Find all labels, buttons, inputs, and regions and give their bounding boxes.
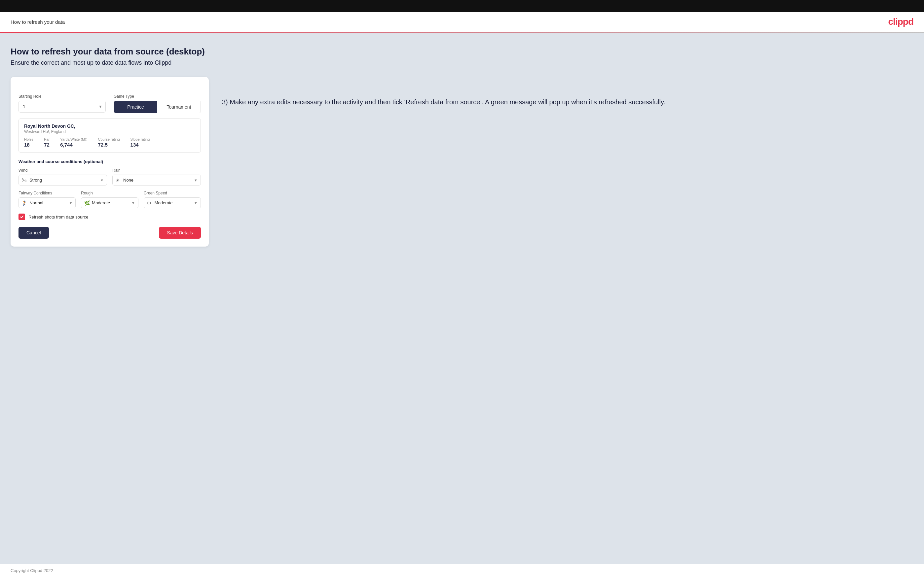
save-details-button[interactable]: Save Details: [159, 227, 201, 239]
fairway-select[interactable]: Normal Soft Firm: [18, 197, 76, 208]
par-value: 72: [44, 142, 50, 148]
refresh-checkbox-row: Refresh shots from data source: [18, 214, 201, 220]
game-type-group: Game Type Practice Tournament: [114, 94, 201, 113]
fairway-select-wrapper: 🏌 Normal Soft Firm ▼: [18, 197, 76, 208]
course-rating-stat: Course rating 72.5: [98, 137, 120, 148]
yards-value: 6,744: [60, 142, 87, 148]
copyright-text: Copyright Clippd 2022: [11, 568, 53, 573]
yards-stat: Yards/White (M)) 6,744: [60, 137, 87, 148]
page-heading: How to refresh your data from source (de…: [11, 47, 913, 57]
game-type-label: Game Type: [114, 94, 201, 99]
header-title: How to refresh your data: [11, 19, 65, 25]
rough-select[interactable]: Moderate Light Heavy: [81, 197, 138, 208]
conditions-row-2: Fairway Conditions 🏌 Normal Soft Firm ▼ …: [18, 191, 201, 208]
footer: Copyright Clippd 2022: [0, 564, 924, 577]
card-spacer: [18, 85, 201, 89]
main-content: How to refresh your data from source (de…: [0, 33, 924, 564]
rough-group: Rough 🌿 Moderate Light Heavy ▼: [81, 191, 138, 208]
top-form-row: Starting Hole 1 2 10 ▼ Game Type Practic…: [18, 94, 201, 113]
yards-label: Yards/White (M)): [60, 137, 87, 141]
green-speed-group: Green Speed ⚙ Moderate Slow Fast ▼: [144, 191, 201, 208]
starting-hole-label: Starting Hole: [18, 94, 106, 99]
form-card: Starting Hole 1 2 10 ▼ Game Type Practic…: [11, 77, 209, 247]
slope-rating-label: Slope rating: [131, 137, 150, 141]
course-location: Westward Ho!, England: [24, 129, 195, 134]
wind-group: Wind 🌬 Strong Calm Moderate ▼: [18, 168, 107, 185]
rain-select[interactable]: None Light Heavy: [112, 175, 201, 185]
holes-label: Holes: [24, 137, 33, 141]
course-rating-value: 72.5: [98, 142, 120, 148]
description-panel: 3) Make any extra edits necessary to the…: [222, 77, 913, 107]
course-info-box: Royal North Devon GC, Westward Ho!, Engl…: [18, 119, 201, 153]
wind-select-wrapper: 🌬 Strong Calm Moderate ▼: [18, 175, 107, 185]
wind-select[interactable]: Strong Calm Moderate: [18, 175, 107, 185]
tournament-button[interactable]: Tournament: [157, 101, 200, 113]
logo: clippd: [888, 16, 913, 27]
green-speed-select-wrapper: ⚙ Moderate Slow Fast ▼: [144, 197, 201, 208]
holes-stat: Holes 18: [24, 137, 33, 148]
rain-group: Rain ☀ None Light Heavy ▼: [112, 168, 201, 185]
starting-hole-select-wrapper: 1 2 10 ▼: [18, 101, 106, 113]
content-row: Starting Hole 1 2 10 ▼ Game Type Practic…: [11, 77, 913, 247]
course-name: Royal North Devon GC,: [24, 124, 195, 129]
par-label: Par: [44, 137, 50, 141]
holes-value: 18: [24, 142, 33, 148]
fairway-label: Fairway Conditions: [18, 191, 76, 195]
rain-label: Rain: [112, 168, 201, 172]
green-speed-label: Green Speed: [144, 191, 201, 195]
header: How to refresh your data clippd: [0, 12, 924, 32]
button-row: Cancel Save Details: [18, 227, 201, 239]
starting-hole-select[interactable]: 1 2 10: [18, 101, 106, 113]
rough-label: Rough: [81, 191, 138, 195]
cancel-button[interactable]: Cancel: [18, 227, 49, 239]
rough-select-wrapper: 🌿 Moderate Light Heavy ▼: [81, 197, 138, 208]
conditions-row-1: Wind 🌬 Strong Calm Moderate ▼ Rain: [18, 168, 201, 185]
fairway-group: Fairway Conditions 🏌 Normal Soft Firm ▼: [18, 191, 76, 208]
wind-label: Wind: [18, 168, 107, 172]
page-subheading: Ensure the correct and most up to date d…: [11, 60, 913, 66]
checkmark-icon: [20, 215, 24, 219]
game-type-toggle: Practice Tournament: [114, 101, 201, 113]
description-text: 3) Make any extra edits necessary to the…: [222, 97, 913, 107]
par-stat: Par 72: [44, 137, 50, 148]
conditions-title: Weather and course conditions (optional): [18, 159, 201, 164]
practice-button[interactable]: Practice: [114, 101, 157, 113]
slope-rating-value: 134: [131, 142, 150, 148]
rain-select-wrapper: ☀ None Light Heavy ▼: [112, 175, 201, 185]
starting-hole-group: Starting Hole 1 2 10 ▼: [18, 94, 106, 113]
course-rating-label: Course rating: [98, 137, 120, 141]
top-bar: [0, 0, 924, 12]
green-speed-select[interactable]: Moderate Slow Fast: [144, 197, 201, 208]
refresh-checkbox[interactable]: [18, 214, 25, 220]
refresh-checkbox-label: Refresh shots from data source: [28, 214, 88, 219]
course-stats: Holes 18 Par 72 Yards/White (M)) 6,744 C…: [24, 137, 195, 148]
slope-rating-stat: Slope rating 134: [131, 137, 150, 148]
